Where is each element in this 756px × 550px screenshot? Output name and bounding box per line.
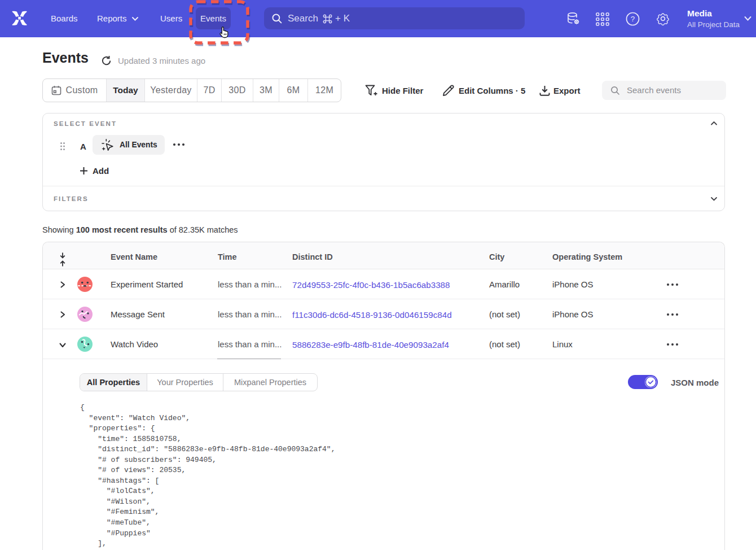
svg-text:?: ? (631, 15, 635, 23)
